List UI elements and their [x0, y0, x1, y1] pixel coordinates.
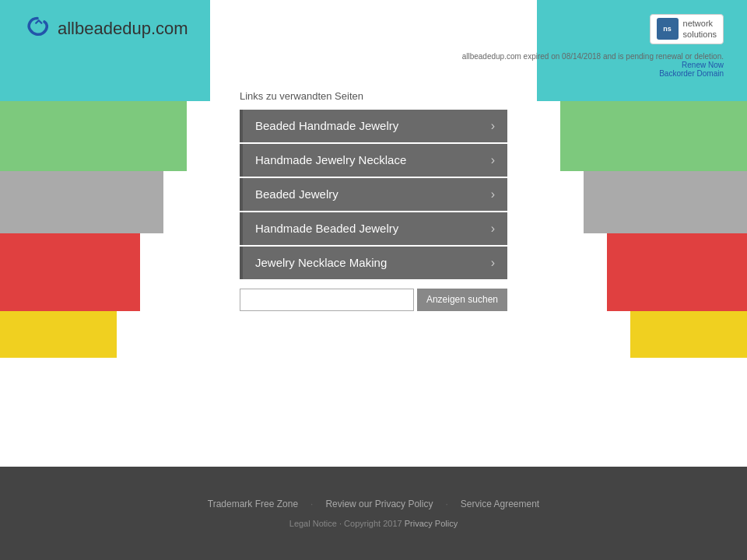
chevron-right-icon: › [491, 222, 495, 236]
search-input[interactable] [240, 289, 414, 311]
copyright-text: Legal Notice · Copyright 2017 [289, 519, 405, 528]
footer-links: Trademark Free Zone·Review our Privacy P… [208, 499, 539, 509]
link-item[interactable]: Handmade Beaded Jewelry› [240, 212, 507, 245]
link-item-label: Beaded Handmade Jewelry [255, 119, 398, 132]
link-item-label: Beaded Jewelry [255, 187, 338, 201]
backorder-domain-link[interactable]: Backorder Domain [23, 69, 724, 78]
footer-separator: · [310, 499, 313, 509]
footer-link[interactable]: Trademark Free Zone [208, 499, 298, 509]
chevron-right-icon: › [491, 119, 495, 133]
privacy-policy-link[interactable]: Privacy Policy [405, 519, 458, 528]
chevron-right-icon: › [491, 187, 495, 201]
ns-badge-text: networksolutions [683, 18, 717, 40]
footer-link[interactable]: Service Agreement [461, 499, 539, 509]
renew-now-link[interactable]: Renew Now [23, 61, 724, 69]
links-heading: Links zu verwandten Seiten [240, 90, 363, 102]
footer-separator: · [445, 499, 447, 509]
chevron-right-icon: › [491, 153, 495, 167]
link-item[interactable]: Jewelry Necklace Making› [240, 247, 507, 279]
footer-copyright: Legal Notice · Copyright 2017 Privacy Po… [289, 519, 458, 528]
chevron-right-icon: › [491, 256, 495, 270]
footer-link[interactable]: Review our Privacy Policy [325, 499, 433, 509]
search-area: Anzeigen suchen [240, 289, 507, 311]
logo-text[interactable]: allbeadedup.com [58, 19, 188, 39]
link-item[interactable]: Beaded Jewelry› [240, 178, 507, 211]
logo-area: allbeadedup.com [23, 15, 188, 43]
links-list: Beaded Handmade Jewelry›Handmade Jewelry… [240, 110, 507, 279]
expired-text: allbeadedup.com expired on 08/14/2018 an… [462, 52, 724, 61]
ns-logo-icon: ns [657, 18, 679, 40]
main-content: Links zu verwandten Seiten Beaded Handma… [0, 82, 747, 311]
logo-icon [23, 15, 51, 43]
link-item-label: Handmade Jewelry Necklace [255, 153, 406, 166]
link-item-label: Handmade Beaded Jewelry [255, 222, 398, 235]
ns-badge: ns networksolutions [650, 14, 724, 44]
page-header: allbeadedup.com ns networksolutions [0, 0, 747, 52]
domain-notice: allbeadedup.com expired on 08/14/2018 an… [0, 52, 747, 82]
bg-block-yellow-left [0, 311, 117, 358]
search-button[interactable]: Anzeigen suchen [417, 289, 507, 311]
bg-block-yellow-right [630, 311, 747, 358]
link-item[interactable]: Handmade Jewelry Necklace› [240, 144, 507, 177]
footer: Trademark Free Zone·Review our Privacy P… [0, 467, 747, 560]
link-item-label: Jewelry Necklace Making [255, 256, 387, 269]
link-item[interactable]: Beaded Handmade Jewelry› [240, 110, 507, 142]
